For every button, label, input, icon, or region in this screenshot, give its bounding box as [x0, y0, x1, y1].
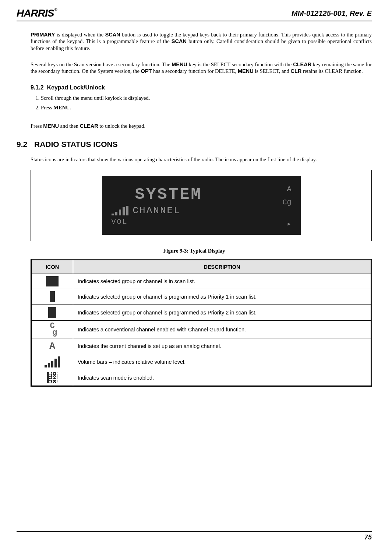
icon-channel-guard: C g: [31, 321, 73, 338]
icon-priority1: [31, 289, 73, 305]
paragraph-status-icons: Status icons are indicators that show th…: [31, 156, 372, 163]
kw-menu: MENU: [172, 61, 187, 67]
logo-text: HARRIS: [17, 7, 54, 19]
icon-scan-mode: [31, 370, 73, 386]
kw-scan: SCAN: [172, 38, 187, 44]
signal-bars-icon: [112, 206, 128, 215]
channel-guard-icon: Cg: [282, 198, 291, 207]
col-icon: ICON: [31, 260, 73, 274]
text: is SELECT, and: [254, 68, 291, 74]
kw-clear: CLEAR: [293, 61, 311, 67]
section-number: 9.2: [17, 140, 34, 149]
heading-number: 9.1.2: [31, 84, 44, 91]
kw-primary: PRIMARY: [31, 32, 55, 38]
analog-indicator-icon: A: [287, 185, 291, 193]
text: has a secondary function for DELETE,: [152, 68, 238, 74]
paragraph-secondary-keys: Several keys on the Scan version have a …: [31, 61, 372, 75]
desc-cell: Volume bars – indicates relative volume …: [73, 354, 371, 370]
desc-cell: Indicates scan mode is enabled.: [73, 370, 371, 386]
col-description: DESCRIPTION: [73, 260, 371, 274]
lcd-vol-text: VOL: [112, 218, 128, 226]
desc-cell: Indicates a conventional channel enabled…: [73, 321, 371, 338]
priority-2-icon: [48, 307, 56, 318]
kw-clear: CLEAR: [80, 123, 98, 129]
lcd-system-text: SYSTEM: [135, 185, 202, 204]
table-row: A Indicates the current channel is set u…: [31, 338, 371, 354]
kw-menu: MENU: [43, 123, 59, 129]
keypad-lock-steps: Scroll through the menu until keylock is…: [31, 95, 372, 113]
scan-arrow-icon: ▸: [287, 219, 291, 228]
document-id: MM-012125-001, Rev. E: [292, 9, 372, 18]
icon-priority2: [31, 305, 73, 321]
text: .: [70, 105, 71, 110]
text: Press: [31, 123, 43, 129]
lcd-channel-text: CHANNEL: [133, 205, 181, 216]
step-2: Press MENU.: [41, 104, 372, 112]
icon-analog: A: [31, 338, 73, 354]
paragraph-primary: PRIMARY is displayed when the SCAN butto…: [31, 31, 372, 52]
table-row: Indicates scan mode is enabled.: [31, 370, 371, 386]
heading-9.2: 9.2RADIO STATUS ICONS: [17, 140, 372, 149]
desc-cell: Indicates the current channel is set up …: [73, 338, 371, 354]
table-row: Indicates selected group or channel is p…: [31, 305, 371, 321]
page: HARRIS ® MM-012125-001, Rev. E PRIMARY i…: [0, 0, 392, 545]
channel-guard-icon: C g: [47, 323, 57, 336]
icon-volume: [31, 354, 73, 370]
table-header-row: ICON DESCRIPTION: [31, 260, 371, 274]
heading-9.1.2: 9.1.2 Keypad Lock/Unlock: [31, 84, 372, 91]
heading-title: Keypad Lock/Unlock: [47, 84, 105, 91]
text: is displayed when the: [55, 32, 105, 38]
icon-scan-list: [31, 274, 73, 289]
analog-channel-icon: A: [48, 341, 56, 352]
kw-clr: CLR: [290, 68, 301, 74]
desc-cell: Indicates selected group or channel is p…: [73, 289, 371, 305]
table-row: Indicates selected group or channel is i…: [31, 274, 371, 289]
scan-list-icon: [46, 276, 59, 286]
text: retains its CLEAR function.: [301, 68, 363, 74]
kw-opt: OPT: [141, 68, 152, 74]
figure-caption: Figure 9-3: Typical Display: [17, 248, 372, 254]
kw-menu: MENU: [238, 68, 254, 74]
paragraph-unlock: Press MENU and then CLEAR to unlock the …: [31, 123, 372, 130]
step-1: Scroll through the menu until keylock is…: [41, 95, 372, 102]
text: Several keys on the Scan version have a …: [31, 61, 172, 67]
table-row: C g Indicates a conventional channel ena…: [31, 321, 371, 338]
page-number: 75: [364, 534, 372, 541]
figure-9-3-frame: SYSTEM CHANNEL VOL A Cg ▸: [31, 170, 372, 241]
kw-scan: SCAN: [105, 32, 120, 38]
icons-table: ICON DESCRIPTION Indicates selected grou…: [31, 259, 372, 387]
table-row: Indicates selected group or channel is p…: [31, 289, 371, 305]
page-header: HARRIS ® MM-012125-001, Rev. E: [17, 7, 372, 21]
section-title: RADIO STATUS ICONS: [34, 140, 118, 148]
priority-1-icon: [50, 291, 55, 302]
lcd-row-3: VOL: [109, 218, 293, 226]
lcd-row-2: CHANNEL: [109, 205, 293, 216]
harris-logo: HARRIS ®: [17, 7, 57, 19]
volume-bars-icon: [45, 356, 60, 367]
desc-cell: Indicates selected group or channel is p…: [73, 305, 371, 321]
kw-menu: MENU: [53, 105, 70, 110]
page-footer: 75: [17, 531, 372, 541]
registered-icon: ®: [54, 7, 57, 11]
text: key is the SELECT secondary function wit…: [187, 61, 293, 67]
text: to unlock the keypad.: [98, 123, 145, 129]
desc-cell: Indicates selected group or channel is i…: [73, 274, 371, 289]
text: and then: [59, 123, 80, 129]
table-row: Volume bars – indicates relative volume …: [31, 354, 371, 370]
lcd-display: SYSTEM CHANNEL VOL A Cg ▸: [102, 176, 301, 235]
lcd-row-1: SYSTEM: [109, 185, 293, 204]
text: Press: [41, 105, 53, 110]
scan-mode-icon: [47, 372, 57, 383]
